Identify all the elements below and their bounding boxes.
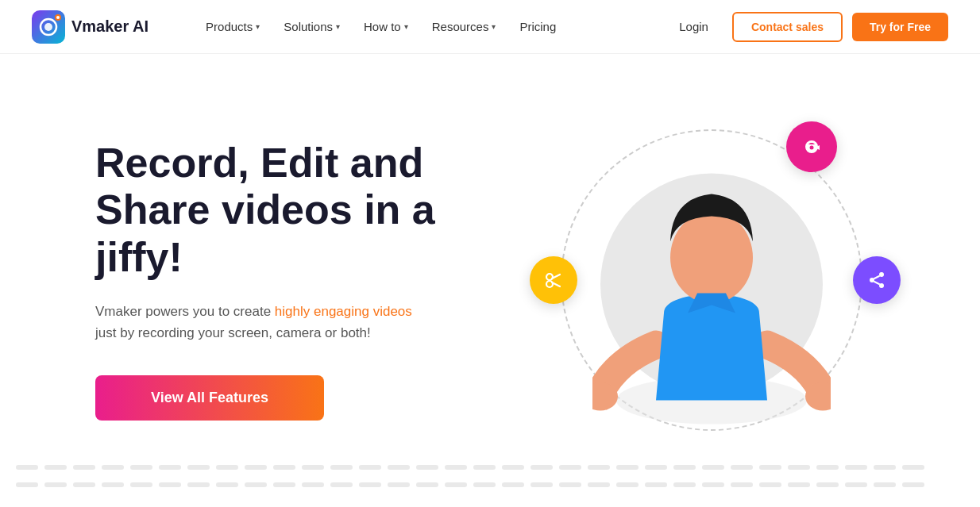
nav-links: Products ▾ Solutions ▾ How to ▾ Resource… (196, 15, 665, 38)
scissors-icon (530, 256, 577, 304)
nav-right: Login Contact sales Try for Free (665, 12, 948, 42)
svg-point-13 (810, 146, 814, 150)
resources-chevron-icon: ▾ (492, 22, 496, 31)
nav-howto[interactable]: How to ▾ (354, 15, 418, 38)
logo-text: Vmaker AI (71, 17, 149, 36)
solutions-chevron-icon: ▾ (336, 22, 340, 31)
share-icon (853, 256, 901, 304)
nav-solutions[interactable]: Solutions ▾ (274, 15, 349, 38)
person-illustration (592, 155, 831, 440)
svg-line-21 (874, 276, 879, 278)
nav-products[interactable]: Products ▾ (196, 15, 269, 38)
login-button[interactable]: Login (665, 13, 723, 40)
hero-illustration (506, 90, 916, 471)
products-chevron-icon: ▾ (256, 22, 260, 31)
try-free-button[interactable]: Try for Free (852, 13, 948, 41)
bottom-decoration (0, 459, 980, 506)
contact-sales-button[interactable]: Contact sales (732, 12, 843, 42)
record-icon (786, 121, 837, 172)
nav-resources[interactable]: Resources ▾ (422, 15, 506, 38)
hero-title: Record, Edit and Share videos in a jiffy… (95, 140, 506, 282)
view-all-features-button[interactable]: View All Features (95, 375, 324, 421)
svg-point-7 (670, 212, 753, 304)
svg-point-2 (44, 23, 52, 31)
hero-section: Record, Edit and Share videos in a jiffy… (0, 54, 980, 506)
nav-pricing[interactable]: Pricing (510, 15, 565, 38)
navbar: Vmaker AI Products ▾ Solutions ▾ How to … (0, 0, 980, 54)
logo[interactable]: Vmaker AI (32, 10, 149, 44)
svg-point-4 (56, 16, 60, 19)
hero-subtitle: Vmaker powers you to create highly engag… (95, 301, 429, 344)
howto-chevron-icon: ▾ (404, 22, 408, 31)
svg-line-22 (874, 282, 879, 284)
hero-left: Record, Edit and Share videos in a jiffy… (95, 140, 506, 421)
